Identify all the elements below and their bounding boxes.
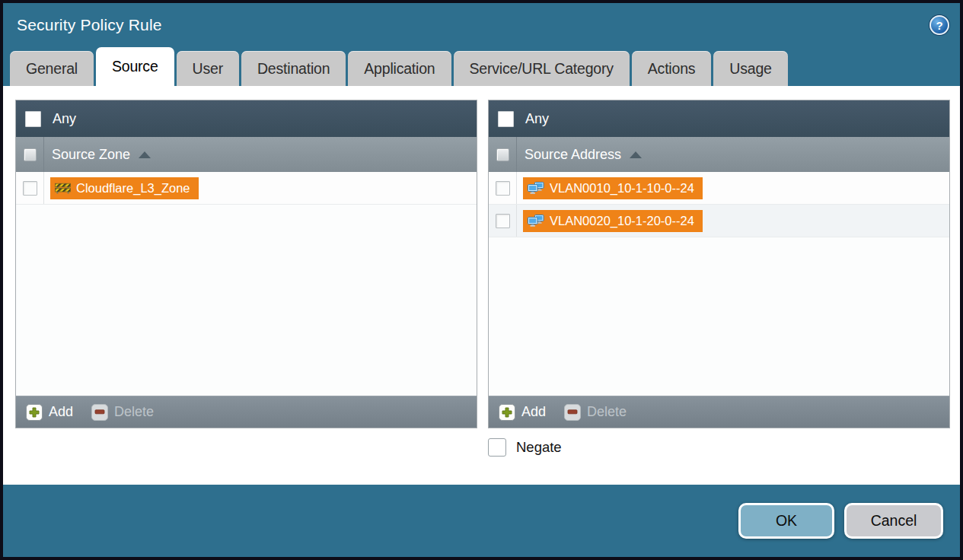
address-network-icon bbox=[528, 215, 544, 227]
help-icon: ? bbox=[936, 19, 942, 32]
delete-minus-icon bbox=[564, 404, 581, 421]
source-zone-item-label: Cloudflare_L3_Zone bbox=[76, 181, 190, 196]
source-address-item[interactable]: VLAN0010_10-1-10-0--24 bbox=[523, 177, 703, 199]
source-address-item[interactable]: VLAN0020_10-1-20-0--24 bbox=[523, 210, 703, 232]
delete-button[interactable]: Delete bbox=[91, 404, 154, 421]
source-zone-item[interactable]: Cloudflare_L3_Zone bbox=[50, 177, 199, 199]
negate-row: Negate bbox=[15, 438, 950, 457]
add-plus-icon bbox=[499, 404, 515, 421]
source-zone-any-label: Any bbox=[53, 111, 76, 127]
source-address-select-all-cell bbox=[489, 137, 517, 172]
add-button[interactable]: Add bbox=[499, 404, 546, 421]
table-row[interactable]: VLAN0010_10-1-10-0--24 bbox=[489, 172, 949, 205]
source-address-panel: Any Source Address bbox=[488, 100, 950, 428]
source-address-select-all-checkbox[interactable] bbox=[496, 148, 509, 161]
source-address-any-header: Any bbox=[489, 100, 949, 137]
tab-content-source: Any Source Zone bbox=[3, 86, 960, 485]
tab-usage[interactable]: Usage bbox=[713, 51, 787, 86]
source-zone-row-checkbox[interactable] bbox=[23, 181, 37, 196]
tab-bar: General Source User Destination Applicat… bbox=[3, 47, 960, 86]
source-zone-any-checkbox[interactable] bbox=[25, 111, 41, 127]
source-address-column-header: Source Address bbox=[489, 137, 949, 172]
add-plus-icon bbox=[26, 404, 43, 421]
table-row[interactable]: Cloudflare_L3_Zone bbox=[16, 172, 477, 205]
source-zone-column-title: Source Zone bbox=[52, 147, 130, 163]
help-button[interactable]: ? bbox=[930, 15, 949, 35]
dialog-title: Security Policy Rule bbox=[17, 16, 162, 34]
tab-actions[interactable]: Actions bbox=[632, 51, 712, 86]
security-policy-rule-dialog: Security Policy Rule ? General Source Us… bbox=[0, 0, 963, 560]
source-address-footer: Add Delete bbox=[489, 396, 949, 428]
tab-destination[interactable]: Destination bbox=[241, 51, 346, 86]
source-address-column-title: Source Address bbox=[525, 147, 621, 163]
tab-service-url-category[interactable]: Service/URL Category bbox=[454, 51, 630, 86]
source-zone-column-title-wrap[interactable]: Source Zone bbox=[44, 137, 151, 172]
source-address-any-checkbox[interactable] bbox=[498, 111, 514, 127]
sort-ascending-icon bbox=[630, 151, 642, 158]
ok-button[interactable]: OK bbox=[738, 503, 834, 539]
tab-source[interactable]: Source bbox=[96, 47, 174, 86]
sort-ascending-icon bbox=[139, 151, 151, 158]
source-address-item-label: VLAN0010_10-1-10-0--24 bbox=[550, 181, 694, 196]
table-row[interactable]: VLAN0020_10-1-20-0--24 bbox=[489, 205, 949, 237]
source-address-rows: VLAN0010_10-1-10-0--24 bbox=[489, 172, 949, 396]
delete-button[interactable]: Delete bbox=[564, 404, 627, 421]
negate-label: Negate bbox=[516, 439, 562, 456]
source-address-row-checkbox[interactable] bbox=[496, 214, 510, 228]
source-zone-select-all-checkbox[interactable] bbox=[24, 148, 37, 161]
address-network-icon bbox=[528, 182, 544, 194]
source-zone-any-header: Any bbox=[16, 100, 477, 137]
tab-general[interactable]: General bbox=[10, 51, 94, 86]
source-address-item-label: VLAN0020_10-1-20-0--24 bbox=[550, 214, 694, 228]
panels-row: Any Source Zone bbox=[15, 100, 950, 428]
tab-user[interactable]: User bbox=[177, 51, 239, 86]
dialog-footer: OK Cancel bbox=[3, 485, 960, 557]
titlebar: Security Policy Rule ? bbox=[3, 3, 960, 47]
source-address-column-title-wrap[interactable]: Source Address bbox=[517, 137, 642, 172]
source-zone-rows: Cloudflare_L3_Zone bbox=[16, 172, 477, 396]
zone-icon bbox=[55, 183, 71, 194]
source-zone-footer: Add Delete bbox=[16, 396, 477, 428]
source-zone-select-all-cell bbox=[16, 137, 44, 172]
source-address-any-label: Any bbox=[525, 111, 549, 127]
negate-checkbox[interactable] bbox=[488, 438, 506, 457]
cancel-button[interactable]: Cancel bbox=[844, 503, 943, 539]
tab-application[interactable]: Application bbox=[348, 51, 451, 86]
source-address-row-checkbox[interactable] bbox=[496, 181, 510, 196]
delete-minus-icon bbox=[91, 404, 108, 421]
source-zone-column-header: Source Zone bbox=[16, 137, 477, 172]
source-zone-panel: Any Source Zone bbox=[15, 100, 477, 428]
add-button[interactable]: Add bbox=[26, 404, 73, 421]
